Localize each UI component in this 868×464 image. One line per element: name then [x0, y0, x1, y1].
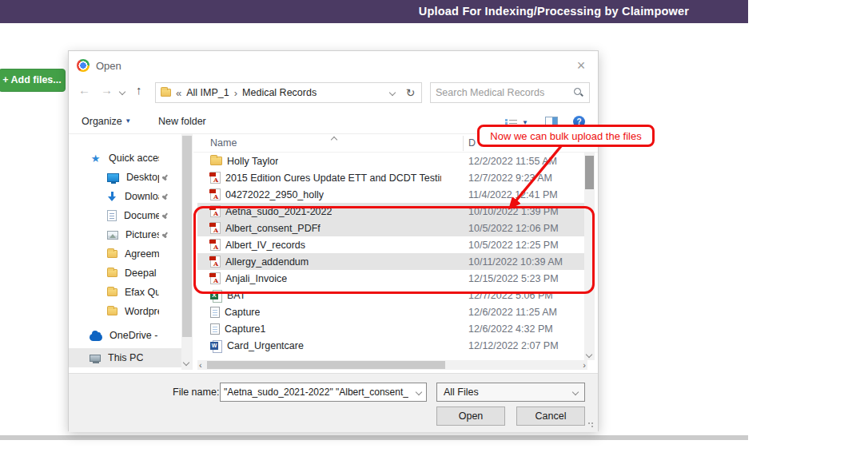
organize-menu[interactable]: Organize ▼ — [82, 116, 131, 127]
cancel-button[interactable]: Cancel — [516, 406, 585, 426]
folder-icon — [161, 89, 171, 97]
breadcrumb-separator: › — [234, 87, 237, 99]
file-row[interactable]: Capture 12/6/2022 11:25 AM — [197, 303, 584, 320]
folder-icon — [107, 250, 117, 258]
scroll-left-icon[interactable]: ‹ — [199, 362, 202, 369]
sidebar-scrollbar-thumb[interactable] — [182, 136, 192, 337]
organize-caret-icon: ▼ — [125, 117, 131, 125]
scroll-right-icon[interactable]: › — [583, 362, 586, 369]
close-icon[interactable]: × — [572, 57, 590, 74]
forward-icon[interactable]: → — [101, 83, 113, 97]
sidebar-scrollbar[interactable] — [181, 134, 193, 370]
sidebar-item-label: This PC — [108, 352, 143, 363]
file-row[interactable]: Capture1 12/6/2022 4:32 PM — [197, 320, 584, 337]
file-row[interactable]: 2015 Edition Cures Update ETT and DCDT T… — [197, 169, 584, 186]
file-row[interactable]: Holly Taylor 12/2/2022 11:55 AM — [197, 153, 584, 169]
sidebar-item-label: Agreement — [125, 248, 159, 260]
column-header-name[interactable]: Name — [210, 137, 237, 149]
sidebar-item-label: Pictures — [125, 229, 159, 240]
refresh-icon[interactable]: ↻ — [400, 82, 422, 103]
sidebar-item-agreement[interactable]: Agreement — [69, 244, 181, 264]
pdf-file-icon — [210, 256, 221, 268]
search-input[interactable] — [431, 87, 573, 98]
pdf-file-icon — [210, 239, 221, 251]
sidebar-item-downloads[interactable]: Downloads — [69, 187, 181, 206]
sort-ascending-icon — [331, 137, 337, 143]
file-list: Name D Holly Taylor 12/2/2022 11:55 AM 2… — [193, 134, 598, 370]
file-name: Albert_consent_PDFf — [225, 223, 321, 234]
file-name: Albert_IV_records — [225, 240, 305, 251]
file-name: 2015 Edition Cures Update ETT and DCDT T… — [225, 173, 441, 184]
file-name: BAT — [227, 290, 245, 301]
file-row[interactable]: BAT 12/7/2022 5:06 PM — [197, 287, 584, 303]
file-row-selected[interactable]: Albert_consent_PDFf 10/5/2022 12:06 PM — [197, 220, 584, 236]
file-name: Aetna_sudo_2021-2022 — [225, 206, 332, 217]
file-name: Allergy_addendum — [225, 256, 309, 268]
new-folder-button[interactable]: New folder — [158, 116, 206, 127]
file-row[interactable]: Anjali_Invoice 12/15/2022 5:23 PM — [197, 270, 584, 287]
sidebar-item-desktop[interactable]: Desktop — [69, 168, 181, 187]
sidebar-item-quick-access[interactable]: Quick access — [69, 149, 181, 168]
navigation-sidebar: Quick access Desktop Downloads Documents… — [69, 134, 181, 370]
folder-icon — [107, 269, 117, 277]
file-type-select[interactable]: All Files — [436, 383, 585, 402]
search-box — [430, 82, 590, 103]
sidebar-scroll-down-icon[interactable] — [183, 359, 189, 366]
up-icon[interactable]: ↑ — [136, 83, 142, 97]
file-date: 10/5/2022 12:06 PM — [468, 223, 559, 234]
file-date: 12/15/2022 5:23 PM — [468, 273, 559, 284]
file-type-value: All Files — [444, 387, 573, 398]
file-row[interactable]: 04272022_2950_holly 11/4/2022 12:41 PM — [197, 186, 584, 203]
file-date: 12/7/2022 9:23 AM — [468, 173, 552, 184]
file-name: Anjali_Invoice — [225, 273, 287, 284]
column-header-date[interactable]: D — [468, 137, 476, 149]
pin-icon — [159, 230, 170, 241]
sidebar-item-pictures[interactable]: Pictures — [69, 225, 181, 244]
horizontal-scrollbar-thumb[interactable] — [207, 361, 445, 369]
open-button[interactable]: Open — [436, 406, 505, 426]
sidebar-item-efax-queue[interactable]: Efax Queue — [69, 283, 181, 302]
organize-label: Organize — [82, 116, 122, 127]
sidebar-item-onedrive[interactable]: OneDrive - Person — [69, 326, 181, 345]
vertical-scrollbar[interactable] — [584, 153, 595, 360]
column-divider[interactable] — [463, 136, 464, 151]
breadcrumb-overflow[interactable]: « — [176, 87, 181, 99]
pdf-file-icon — [210, 222, 221, 234]
file-rows: Holly Taylor 12/2/2022 11:55 AM 2015 Edi… — [197, 153, 584, 354]
image-file-icon — [210, 323, 220, 335]
horizontal-scrollbar[interactable]: ‹ › — [197, 360, 587, 370]
file-row[interactable]: Albert_IV_records 10/5/2022 12:25 PM — [197, 236, 584, 253]
file-name-input[interactable] — [221, 387, 412, 398]
file-name: Capture — [225, 307, 260, 318]
sidebar-item-this-pc[interactable]: This PC — [69, 348, 181, 367]
sidebar-item-label: Documents — [124, 210, 159, 221]
vertical-scrollbar-thumb[interactable] — [585, 156, 594, 189]
search-icon[interactable] — [573, 87, 584, 98]
file-date: 10/11/2022 10:39 AM — [468, 256, 563, 268]
dialog-titlebar[interactable]: Open × — [69, 51, 598, 81]
sidebar-item-wordpress[interactable]: Wordpress — [69, 302, 181, 321]
history-dropdown-icon[interactable] — [119, 89, 125, 95]
screen: Upload For Indexing/Processing by Claimp… — [0, 0, 868, 464]
pdf-file-icon — [210, 272, 221, 284]
file-date: 12/12/2022 2:07 PM — [468, 340, 559, 351]
file-row-selected[interactable]: Aetna_sudo_2021-2022 10/10/2022 1:39 PM — [197, 203, 584, 220]
file-date: 12/6/2022 11:25 AM — [468, 307, 557, 318]
sidebar-item-documents[interactable]: Documents — [69, 206, 181, 225]
downloads-icon — [107, 191, 117, 202]
add-files-button[interactable]: + Add files... — [0, 69, 66, 92]
scroll-down-icon[interactable] — [586, 351, 592, 358]
folder-icon — [107, 307, 117, 315]
navigation-bar: ← → ↑ « All IMP_1 › Medical Records ↻ — [69, 81, 598, 105]
back-icon[interactable]: ← — [78, 83, 90, 97]
address-bar[interactable]: « All IMP_1 › Medical Records — [155, 82, 400, 103]
pdf-file-icon — [210, 172, 221, 184]
file-row[interactable]: Card_Urgentcare 12/12/2022 2:07 PM — [197, 337, 584, 354]
sidebar-item-deepal-credentials[interactable]: Deepal Credentia — [69, 264, 181, 283]
address-dropdown-icon[interactable] — [389, 89, 396, 96]
breadcrumb-medical-records[interactable]: Medical Records — [242, 87, 317, 98]
breadcrumb-all-imp-1[interactable]: All IMP_1 — [186, 87, 229, 98]
file-name-dropdown-icon[interactable] — [416, 389, 422, 395]
file-row-selected[interactable]: Allergy_addendum 10/11/2022 10:39 AM — [197, 253, 584, 270]
resize-grip[interactable] — [587, 422, 595, 430]
